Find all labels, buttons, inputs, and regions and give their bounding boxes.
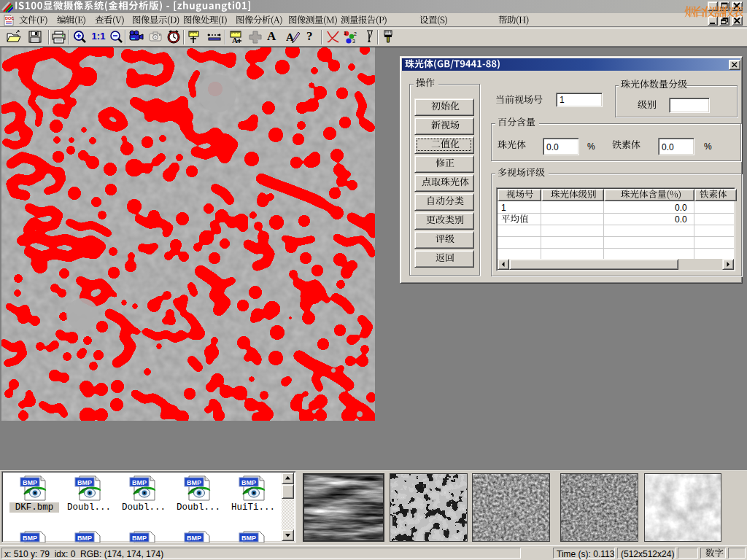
svg-text:BMP: BMP xyxy=(241,479,256,486)
svg-text:1: 1 xyxy=(344,31,347,36)
svg-text:BMP: BMP xyxy=(187,534,201,542)
svg-text:BMP: BMP xyxy=(132,534,147,542)
svg-text:3: 3 xyxy=(352,39,355,44)
svg-text:BMP: BMP xyxy=(132,479,147,486)
svg-text:BMP: BMP xyxy=(23,479,37,486)
svg-text:BMP: BMP xyxy=(77,479,92,486)
svg-text:BMP: BMP xyxy=(77,534,92,542)
svg-text:BMP: BMP xyxy=(187,479,201,486)
svg-text:DOC: DOC xyxy=(5,16,14,20)
svg-text:BMP: BMP xyxy=(23,534,37,542)
svg-text:2: 2 xyxy=(354,31,357,36)
svg-text:A: A xyxy=(232,36,238,44)
svg-text:BMP: BMP xyxy=(241,534,256,542)
